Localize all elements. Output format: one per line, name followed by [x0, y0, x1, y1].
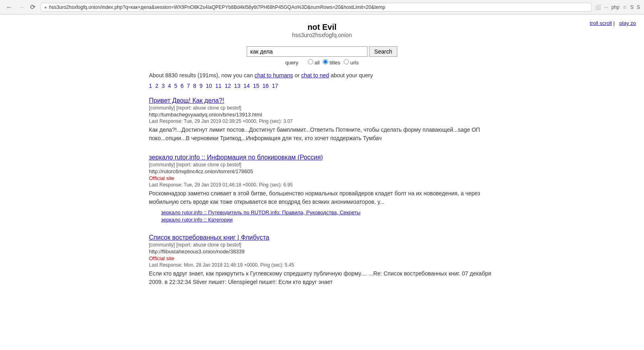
result-ping: Last Response: Tue, 29 Jan 2019 02:39:25… [149, 118, 495, 124]
page-10[interactable]: 10 [206, 83, 212, 89]
pagination: 1 2 3 4 5 6 7 8 9 10 11 12 13 14 15 16 1… [149, 83, 495, 89]
site-title: not Evil [149, 23, 495, 32]
page-15[interactable]: 15 [253, 83, 260, 89]
result-snippet: Роскомнадзор заметно сливает в этой битв… [149, 189, 495, 206]
titles-radio[interactable] [323, 59, 328, 64]
search-button[interactable]: Search [369, 46, 397, 57]
site-url: hss3uro2hsxfogfq.onion [149, 32, 495, 38]
page-8[interactable]: 8 [193, 83, 196, 89]
play-zo-link[interactable]: play zo [619, 20, 636, 26]
search-area: Search query all titles urls [149, 46, 495, 66]
page-6[interactable]: 6 [180, 83, 184, 89]
result-ping: Last Response: Mon, 28 Jan 2019 21:46:19… [149, 262, 495, 268]
page-5[interactable]: 5 [174, 83, 178, 89]
sub-result-link[interactable]: зеркало rutor.info :: Путеводитель по RU… [161, 209, 495, 215]
page-3[interactable]: 3 [161, 83, 165, 89]
profile-icon: S [637, 4, 640, 10]
address-text: hss3uro2hsxfogfq.onion/index.php?q=как+д… [49, 4, 385, 10]
search-options: query all titles urls [149, 59, 495, 66]
result-official: Official site [149, 255, 495, 261]
result-title-link[interactable]: Список востребованных книг | Флибуста [149, 234, 269, 241]
page-content: not Evil hss3uro2hsxfogfq.onion Search q… [141, 14, 503, 306]
page-11[interactable]: 11 [215, 83, 222, 89]
nav-buttons: ← → ⟳ [4, 2, 37, 12]
chat-humans-link[interactable]: chat to humans [254, 72, 293, 79]
result-meta: [community] [report: abuse clone cp best… [149, 105, 495, 111]
query-label: query [285, 60, 299, 66]
titles-label: titles [330, 60, 341, 66]
separator: | [613, 20, 616, 26]
result-url: http://rutorc6mqdinc4cz.onion/torrent/17… [149, 168, 495, 174]
page-13[interactable]: 13 [234, 83, 241, 89]
result-title: Привет Двощ! Как дела?! [149, 97, 495, 104]
result-item: зеркало rutor.info :: Информация по блок… [149, 154, 495, 223]
result-ping: Last Response: Tue, 29 Jan 2019 01:46:18… [149, 182, 495, 188]
spacer [301, 60, 304, 66]
result-item: Список востребованных книг | Флибуста [c… [149, 234, 495, 286]
site-header: not Evil hss3uro2hsxfogfq.onion [149, 23, 495, 38]
troll-scroll-link[interactable]: troll scroll [590, 20, 612, 26]
or-text: or [293, 72, 301, 79]
php-badge: php [611, 4, 619, 10]
lock-icon: ● [44, 5, 47, 10]
extensions-icon: ⬜ [595, 4, 601, 10]
page-16[interactable]: 16 [262, 83, 269, 89]
result-title-link[interactable]: зеркало rutor.info :: Информация по блок… [149, 154, 323, 161]
page-17[interactable]: 17 [272, 83, 278, 89]
results-info: About 8830 results (191ms), now you can … [149, 72, 495, 79]
result-title: Список востребованных книг | Флибуста [149, 234, 495, 241]
page-9[interactable]: 9 [200, 83, 203, 89]
urls-radio-label[interactable]: urls [344, 59, 359, 66]
result-meta: [community] [report: abuse clone cp best… [149, 162, 495, 168]
address-bar[interactable]: ● hss3uro2hsxfogfq.onion/index.php?q=как… [41, 3, 592, 12]
search-form: Search [247, 46, 397, 57]
all-label: all [314, 60, 320, 66]
result-title-link[interactable]: Привет Двощ! Как дела?! [149, 97, 224, 104]
result-official: Official site [149, 175, 495, 181]
bookmark-icon: ☆ [623, 4, 627, 10]
reload-button[interactable]: ⟳ [28, 2, 37, 12]
page-12[interactable]: 12 [225, 83, 231, 89]
result-title: зеркало rutor.info :: Информация по блок… [149, 154, 495, 161]
result-url: http://flibustahezeous3.onion/node/38339 [149, 249, 495, 255]
sub-result-link[interactable]: зеркало rutor.info :: Категории [161, 217, 495, 223]
titles-radio-label[interactable]: titles [323, 59, 340, 66]
sub-results: зеркало rutor.info :: Путеводитель по RU… [149, 209, 495, 223]
page-14[interactable]: 14 [244, 83, 250, 89]
back-button[interactable]: ← [4, 2, 14, 12]
page-1[interactable]: 1 [149, 83, 152, 89]
urls-radio[interactable] [344, 59, 349, 64]
chat-ned-link[interactable]: chat to ned [301, 72, 329, 79]
result-snippet: Как дела?!...Достигнут лимит постов...До… [149, 126, 495, 143]
suffix-text: about your query [329, 72, 373, 79]
all-radio-label[interactable]: all [308, 59, 320, 66]
menu-icon: ··· [604, 4, 608, 10]
urls-label: urls [350, 60, 359, 66]
search-input[interactable] [247, 46, 367, 57]
browser-chrome: ← → ⟳ ● hss3uro2hsxfogfq.onion/index.php… [0, 0, 644, 14]
result-snippet: Если кто вдруг знает, как прикрутить к Г… [149, 269, 495, 286]
browser-actions: ⬜ ··· php ☆ S S [595, 4, 640, 10]
all-radio[interactable] [308, 59, 313, 64]
page-2[interactable]: 2 [155, 83, 159, 89]
result-meta: [community] [report: abuse clone cp best… [149, 242, 495, 248]
top-right-area: troll scroll | play zo [586, 20, 636, 26]
result-url: http://tumbachegvyaadyq.onion/b/res/1391… [149, 112, 495, 118]
forward-button[interactable]: → [16, 2, 27, 12]
results-container: Привет Двощ! Как дела?! [community] [rep… [149, 97, 495, 286]
page-7[interactable]: 7 [187, 83, 190, 89]
results-text: About 8830 results (191ms), now you can [149, 72, 254, 79]
page-4[interactable]: 4 [168, 83, 171, 89]
result-item: Привет Двощ! Как дела?! [community] [rep… [149, 97, 495, 143]
sync-icon: S [630, 4, 634, 10]
